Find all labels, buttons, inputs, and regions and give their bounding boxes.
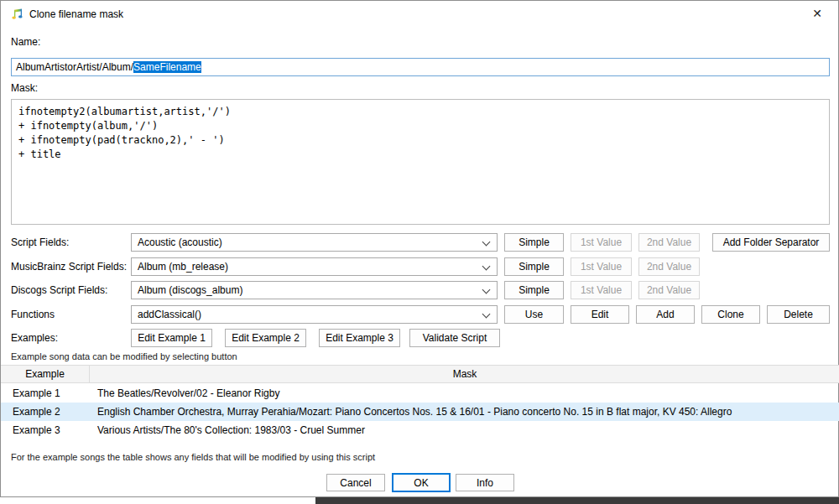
validate-script-button[interactable]: Validate Script <box>409 329 500 347</box>
examples-label: Examples: <box>11 332 58 344</box>
examples-hint-text: Example song data can be modified by sel… <box>11 351 237 361</box>
script-fields-2nd-value-button: 2nd Value <box>638 233 700 252</box>
chevron-down-icon <box>482 262 491 271</box>
table-row[interactable]: Example 3 Various Artists/The 80's Colle… <box>1 421 839 439</box>
add-folder-separator-button[interactable]: Add Folder Separator <box>712 233 830 252</box>
discogs-fields-label: Discogs Script Fields: <box>11 284 107 296</box>
screen: Clone filename mask ✕ Name: AlbumArtisto… <box>0 0 839 504</box>
ok-button[interactable]: OK <box>392 473 451 492</box>
info-button[interactable]: Info <box>456 474 514 491</box>
edit-example-2-button[interactable]: Edit Example 2 <box>225 329 306 347</box>
discogs-simple-button[interactable]: Simple <box>504 281 564 299</box>
script-fields-label: Script Fields: <box>11 236 69 248</box>
script-fields-selected-value: Acoustic (acoustic) <box>138 236 222 248</box>
name-label: Name: <box>11 36 40 48</box>
clone-filename-mask-dialog: Clone filename mask ✕ Name: AlbumArtisto… <box>0 0 839 497</box>
example-cell: Example 3 <box>13 421 60 439</box>
mask-cell: The Beatles/Revolver/02 - Eleanor Rigby <box>97 384 833 403</box>
edit-example-1-button[interactable]: Edit Example 1 <box>131 329 212 347</box>
musicbrainz-1st-value-button: 1st Value <box>571 257 632 276</box>
functions-delete-button[interactable]: Delete <box>767 305 830 324</box>
mask-cell: Various Artists/The 80's Collection: 198… <box>97 421 833 439</box>
name-value-unselected: AlbumArtistorArtist/Album/ <box>16 61 133 73</box>
functions-selected-value: addClassical() <box>138 309 201 320</box>
mask-textarea[interactable]: ifnotempty2(albumartist,artist,'/') + if… <box>11 99 830 225</box>
discogs-fields-selected-value: Album (discogs_album) <box>138 284 242 296</box>
functions-combobox[interactable]: addClassical() <box>131 305 498 324</box>
discogs-fields-combobox[interactable]: Album (discogs_album) <box>131 281 498 299</box>
chevron-down-icon <box>482 286 491 294</box>
music-note-icon <box>11 8 24 21</box>
script-fields-1st-value-button: 1st Value <box>571 233 632 252</box>
example-cell: Example 2 <box>13 403 60 421</box>
cancel-button[interactable]: Cancel <box>326 474 385 491</box>
close-button[interactable]: ✕ <box>801 1 833 26</box>
mask-cell: English Chamber Orchestra, Murray Perahi… <box>97 403 833 421</box>
discogs-2nd-value-button: 2nd Value <box>638 281 700 299</box>
table-header: Example Mask <box>1 365 839 383</box>
functions-edit-button[interactable]: Edit <box>571 305 629 324</box>
script-fields-simple-button[interactable]: Simple <box>504 233 564 252</box>
functions-add-button[interactable]: Add <box>636 305 695 324</box>
musicbrainz-fields-label: MusicBrainz Script Fields: <box>11 261 127 273</box>
table-row[interactable]: Example 1 The Beatles/Revolver/02 - Elea… <box>1 384 839 403</box>
dialog-title: Clone filename mask <box>29 8 123 20</box>
script-fields-combobox[interactable]: Acoustic (acoustic) <box>131 233 498 252</box>
musicbrainz-fields-combobox[interactable]: Album (mb_release) <box>131 257 498 276</box>
functions-label: Functions <box>11 309 55 320</box>
edit-example-3-button[interactable]: Edit Example 3 <box>319 329 400 347</box>
name-value-selected-text: SameFilename <box>133 61 201 73</box>
column-header-example[interactable]: Example <box>1 366 90 382</box>
musicbrainz-2nd-value-button: 2nd Value <box>638 257 700 276</box>
table-hint-text: For the example songs the table shows an… <box>11 452 375 462</box>
name-input[interactable]: AlbumArtistorArtist/Album/SameFilename <box>11 58 830 76</box>
functions-use-button[interactable]: Use <box>504 305 564 324</box>
mask-label: Mask: <box>11 82 38 94</box>
background-strip <box>315 497 839 504</box>
column-header-mask[interactable]: Mask <box>90 366 839 382</box>
functions-clone-button[interactable]: Clone <box>701 305 760 324</box>
musicbrainz-simple-button[interactable]: Simple <box>504 257 564 276</box>
table-row-selected[interactable]: Example 2 English Chamber Orchestra, Mur… <box>1 403 839 421</box>
musicbrainz-fields-selected-value: Album (mb_release) <box>138 261 228 273</box>
example-cell: Example 1 <box>13 384 60 403</box>
titlebar: Clone filename mask ✕ <box>1 1 838 28</box>
chevron-down-icon <box>482 238 491 247</box>
discogs-1st-value-button: 1st Value <box>571 281 632 299</box>
chevron-down-icon <box>482 310 491 319</box>
